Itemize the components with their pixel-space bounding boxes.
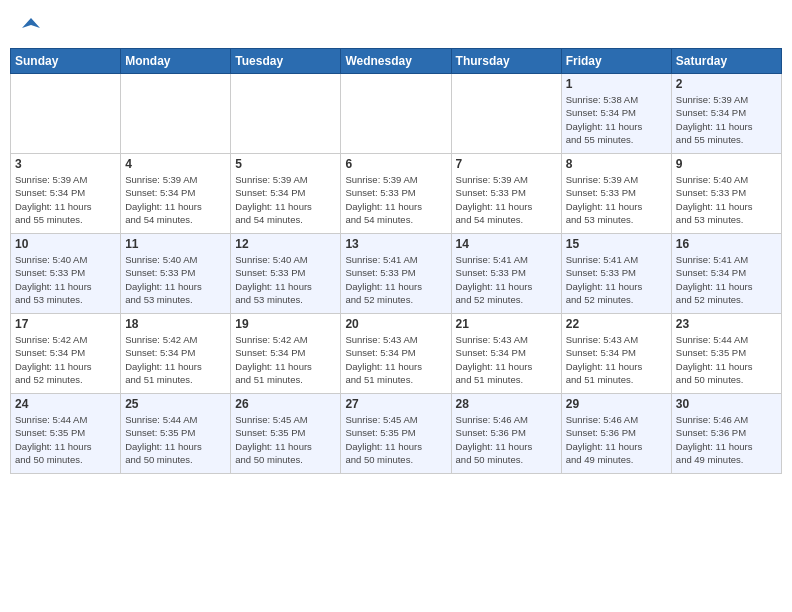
calendar-cell	[11, 74, 121, 154]
calendar-cell: 16Sunrise: 5:41 AM Sunset: 5:34 PM Dayli…	[671, 234, 781, 314]
calendar-cell: 7Sunrise: 5:39 AM Sunset: 5:33 PM Daylig…	[451, 154, 561, 234]
day-number: 22	[566, 317, 667, 331]
day-info: Sunrise: 5:39 AM Sunset: 5:33 PM Dayligh…	[566, 173, 667, 226]
day-number: 28	[456, 397, 557, 411]
day-number: 11	[125, 237, 226, 251]
day-number: 10	[15, 237, 116, 251]
day-number: 24	[15, 397, 116, 411]
day-info: Sunrise: 5:42 AM Sunset: 5:34 PM Dayligh…	[125, 333, 226, 386]
calendar-cell: 13Sunrise: 5:41 AM Sunset: 5:33 PM Dayli…	[341, 234, 451, 314]
day-number: 17	[15, 317, 116, 331]
day-info: Sunrise: 5:42 AM Sunset: 5:34 PM Dayligh…	[15, 333, 116, 386]
day-number: 29	[566, 397, 667, 411]
day-info: Sunrise: 5:41 AM Sunset: 5:33 PM Dayligh…	[456, 253, 557, 306]
day-number: 19	[235, 317, 336, 331]
calendar-cell: 22Sunrise: 5:43 AM Sunset: 5:34 PM Dayli…	[561, 314, 671, 394]
day-number: 25	[125, 397, 226, 411]
day-info: Sunrise: 5:46 AM Sunset: 5:36 PM Dayligh…	[456, 413, 557, 466]
day-number: 4	[125, 157, 226, 171]
calendar-cell: 1Sunrise: 5:38 AM Sunset: 5:34 PM Daylig…	[561, 74, 671, 154]
day-info: Sunrise: 5:40 AM Sunset: 5:33 PM Dayligh…	[676, 173, 777, 226]
page-header	[10, 10, 782, 40]
day-header-sunday: Sunday	[11, 49, 121, 74]
calendar-header-row: SundayMondayTuesdayWednesdayThursdayFrid…	[11, 49, 782, 74]
day-info: Sunrise: 5:44 AM Sunset: 5:35 PM Dayligh…	[15, 413, 116, 466]
calendar-week-row: 10Sunrise: 5:40 AM Sunset: 5:33 PM Dayli…	[11, 234, 782, 314]
calendar-cell: 18Sunrise: 5:42 AM Sunset: 5:34 PM Dayli…	[121, 314, 231, 394]
calendar-cell	[231, 74, 341, 154]
day-header-monday: Monday	[121, 49, 231, 74]
day-number: 18	[125, 317, 226, 331]
day-info: Sunrise: 5:40 AM Sunset: 5:33 PM Dayligh…	[15, 253, 116, 306]
calendar-cell: 19Sunrise: 5:42 AM Sunset: 5:34 PM Dayli…	[231, 314, 341, 394]
calendar-cell: 5Sunrise: 5:39 AM Sunset: 5:34 PM Daylig…	[231, 154, 341, 234]
day-number: 6	[345, 157, 446, 171]
day-info: Sunrise: 5:44 AM Sunset: 5:35 PM Dayligh…	[676, 333, 777, 386]
day-number: 1	[566, 77, 667, 91]
day-number: 13	[345, 237, 446, 251]
calendar-cell: 27Sunrise: 5:45 AM Sunset: 5:35 PM Dayli…	[341, 394, 451, 474]
day-number: 20	[345, 317, 446, 331]
calendar-cell: 24Sunrise: 5:44 AM Sunset: 5:35 PM Dayli…	[11, 394, 121, 474]
day-info: Sunrise: 5:39 AM Sunset: 5:34 PM Dayligh…	[125, 173, 226, 226]
day-info: Sunrise: 5:44 AM Sunset: 5:35 PM Dayligh…	[125, 413, 226, 466]
calendar-cell: 17Sunrise: 5:42 AM Sunset: 5:34 PM Dayli…	[11, 314, 121, 394]
logo	[18, 14, 42, 36]
day-number: 9	[676, 157, 777, 171]
day-info: Sunrise: 5:41 AM Sunset: 5:33 PM Dayligh…	[345, 253, 446, 306]
calendar-week-row: 17Sunrise: 5:42 AM Sunset: 5:34 PM Dayli…	[11, 314, 782, 394]
calendar-cell: 12Sunrise: 5:40 AM Sunset: 5:33 PM Dayli…	[231, 234, 341, 314]
calendar-cell: 9Sunrise: 5:40 AM Sunset: 5:33 PM Daylig…	[671, 154, 781, 234]
day-info: Sunrise: 5:43 AM Sunset: 5:34 PM Dayligh…	[345, 333, 446, 386]
day-number: 30	[676, 397, 777, 411]
calendar-cell: 20Sunrise: 5:43 AM Sunset: 5:34 PM Dayli…	[341, 314, 451, 394]
day-header-tuesday: Tuesday	[231, 49, 341, 74]
day-info: Sunrise: 5:42 AM Sunset: 5:34 PM Dayligh…	[235, 333, 336, 386]
calendar-cell: 29Sunrise: 5:46 AM Sunset: 5:36 PM Dayli…	[561, 394, 671, 474]
calendar-cell: 26Sunrise: 5:45 AM Sunset: 5:35 PM Dayli…	[231, 394, 341, 474]
calendar-cell: 28Sunrise: 5:46 AM Sunset: 5:36 PM Dayli…	[451, 394, 561, 474]
day-header-thursday: Thursday	[451, 49, 561, 74]
day-number: 2	[676, 77, 777, 91]
calendar-cell: 30Sunrise: 5:46 AM Sunset: 5:36 PM Dayli…	[671, 394, 781, 474]
day-info: Sunrise: 5:39 AM Sunset: 5:34 PM Dayligh…	[235, 173, 336, 226]
day-info: Sunrise: 5:39 AM Sunset: 5:34 PM Dayligh…	[676, 93, 777, 146]
calendar-week-row: 1Sunrise: 5:38 AM Sunset: 5:34 PM Daylig…	[11, 74, 782, 154]
day-header-saturday: Saturday	[671, 49, 781, 74]
day-header-friday: Friday	[561, 49, 671, 74]
day-number: 8	[566, 157, 667, 171]
calendar-week-row: 3Sunrise: 5:39 AM Sunset: 5:34 PM Daylig…	[11, 154, 782, 234]
day-info: Sunrise: 5:43 AM Sunset: 5:34 PM Dayligh…	[456, 333, 557, 386]
day-info: Sunrise: 5:40 AM Sunset: 5:33 PM Dayligh…	[125, 253, 226, 306]
calendar-cell	[341, 74, 451, 154]
calendar-cell	[451, 74, 561, 154]
day-info: Sunrise: 5:40 AM Sunset: 5:33 PM Dayligh…	[235, 253, 336, 306]
calendar-cell: 23Sunrise: 5:44 AM Sunset: 5:35 PM Dayli…	[671, 314, 781, 394]
day-info: Sunrise: 5:39 AM Sunset: 5:33 PM Dayligh…	[345, 173, 446, 226]
calendar-cell: 25Sunrise: 5:44 AM Sunset: 5:35 PM Dayli…	[121, 394, 231, 474]
day-info: Sunrise: 5:43 AM Sunset: 5:34 PM Dayligh…	[566, 333, 667, 386]
day-info: Sunrise: 5:39 AM Sunset: 5:34 PM Dayligh…	[15, 173, 116, 226]
calendar-cell: 4Sunrise: 5:39 AM Sunset: 5:34 PM Daylig…	[121, 154, 231, 234]
day-number: 15	[566, 237, 667, 251]
calendar-table: SundayMondayTuesdayWednesdayThursdayFrid…	[10, 48, 782, 474]
day-number: 5	[235, 157, 336, 171]
logo-bird-icon	[20, 14, 42, 36]
day-info: Sunrise: 5:45 AM Sunset: 5:35 PM Dayligh…	[235, 413, 336, 466]
calendar-cell: 6Sunrise: 5:39 AM Sunset: 5:33 PM Daylig…	[341, 154, 451, 234]
day-number: 23	[676, 317, 777, 331]
day-info: Sunrise: 5:46 AM Sunset: 5:36 PM Dayligh…	[676, 413, 777, 466]
day-number: 12	[235, 237, 336, 251]
svg-marker-0	[22, 18, 40, 28]
day-info: Sunrise: 5:45 AM Sunset: 5:35 PM Dayligh…	[345, 413, 446, 466]
calendar-cell: 14Sunrise: 5:41 AM Sunset: 5:33 PM Dayli…	[451, 234, 561, 314]
day-info: Sunrise: 5:41 AM Sunset: 5:33 PM Dayligh…	[566, 253, 667, 306]
day-info: Sunrise: 5:46 AM Sunset: 5:36 PM Dayligh…	[566, 413, 667, 466]
calendar-cell: 8Sunrise: 5:39 AM Sunset: 5:33 PM Daylig…	[561, 154, 671, 234]
day-info: Sunrise: 5:38 AM Sunset: 5:34 PM Dayligh…	[566, 93, 667, 146]
calendar-cell: 15Sunrise: 5:41 AM Sunset: 5:33 PM Dayli…	[561, 234, 671, 314]
day-number: 3	[15, 157, 116, 171]
day-number: 26	[235, 397, 336, 411]
day-number: 16	[676, 237, 777, 251]
calendar-cell: 3Sunrise: 5:39 AM Sunset: 5:34 PM Daylig…	[11, 154, 121, 234]
